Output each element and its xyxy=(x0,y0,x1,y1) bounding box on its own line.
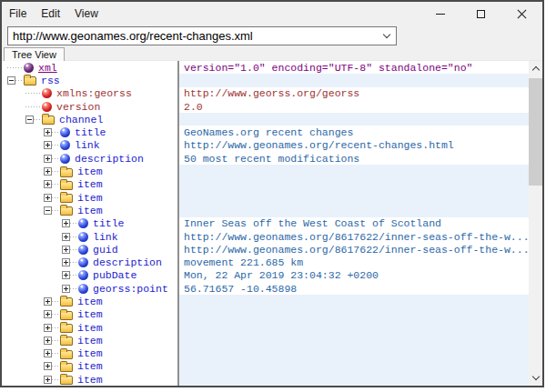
collapse-icon[interactable] xyxy=(7,76,15,85)
tree-node-description[interactable]: description xyxy=(2,256,177,268)
tree-node-xmlns-georss[interactable]: xmlns:georss xyxy=(2,87,177,100)
tree-connector xyxy=(70,236,78,237)
url-dropdown-button[interactable] xyxy=(378,27,396,45)
maximize-button[interactable] xyxy=(460,2,501,25)
tree-node-item[interactable]: item xyxy=(2,191,177,204)
value-row: Mon, 22 Apr 2019 23:04:32 +0200 xyxy=(179,269,529,282)
tree-node-title[interactable]: title xyxy=(2,217,177,230)
value-text: http://www.geonames.org/8617622/inner-se… xyxy=(184,231,529,243)
tree-node-label: item xyxy=(77,374,103,386)
value-row xyxy=(179,360,529,373)
tree-connector xyxy=(70,275,78,276)
expand-icon[interactable] xyxy=(44,376,52,384)
tree-node-label: title xyxy=(93,217,125,229)
minimize-button[interactable] xyxy=(420,2,460,25)
value-row: GeoNames.org recent changes xyxy=(179,126,529,138)
tree-connector xyxy=(70,262,78,263)
expand-icon[interactable] xyxy=(44,297,52,306)
expand-icon[interactable] xyxy=(44,155,52,163)
value-row: Inner Seas off the West Coast of Scotlan… xyxy=(179,217,529,230)
url-combobox[interactable]: http://www.geonames.org/recent-changes.x… xyxy=(7,26,397,45)
scroll-up-button[interactable] xyxy=(529,61,542,76)
expand-icon[interactable] xyxy=(62,219,70,227)
tree-node-georss-point[interactable]: georss:point xyxy=(2,282,177,295)
menu-file[interactable]: File xyxy=(2,2,34,25)
tree-node-channel[interactable]: channel xyxy=(2,113,177,126)
tree-node-item[interactable]: item xyxy=(2,347,177,360)
value-row xyxy=(179,191,529,204)
folder-icon xyxy=(60,168,73,177)
tree-node-link[interactable]: link xyxy=(2,230,177,243)
element-ball-icon xyxy=(78,218,88,228)
tree-node-label: georss:point xyxy=(93,283,168,295)
scroll-down-button[interactable] xyxy=(529,370,542,386)
attribute-ball-icon xyxy=(42,88,52,98)
scrollbar-thumb[interactable] xyxy=(529,78,542,186)
tree-node-link[interactable]: link xyxy=(2,139,177,152)
expand-icon[interactable] xyxy=(44,180,52,188)
expand-icon[interactable] xyxy=(62,285,70,293)
tree-node-item[interactable]: item xyxy=(2,295,177,307)
tree-node-label: item xyxy=(77,360,103,372)
menu-view[interactable]: View xyxy=(67,2,106,25)
minimize-icon xyxy=(436,14,445,15)
expand-icon[interactable] xyxy=(62,233,70,241)
expand-icon[interactable] xyxy=(44,194,52,202)
tree-node-item[interactable]: item xyxy=(2,204,177,216)
expand-icon[interactable] xyxy=(44,349,52,357)
tree-node-title[interactable]: title xyxy=(2,126,177,138)
tree-node-xml[interactable]: xml xyxy=(2,61,177,74)
window-controls xyxy=(420,2,542,25)
value-row xyxy=(179,74,529,86)
element-ball-icon xyxy=(60,140,70,150)
tree-node-item[interactable]: item xyxy=(2,334,177,347)
tree-node-item[interactable]: item xyxy=(2,321,177,334)
tree-node-label: rss xyxy=(41,75,60,86)
expand-icon[interactable] xyxy=(44,141,52,149)
tree-node-label: item xyxy=(77,166,103,177)
tree-node-pubdate[interactable]: pubDate xyxy=(2,269,177,282)
value-row xyxy=(179,113,529,126)
tree-node-guid[interactable]: guid xyxy=(2,243,177,256)
maximize-icon xyxy=(477,10,485,18)
expand-icon[interactable] xyxy=(44,337,52,345)
expand-icon[interactable] xyxy=(44,310,52,318)
tree-node-label: item xyxy=(77,347,103,359)
tree-connector xyxy=(70,288,78,289)
tree-connector xyxy=(7,67,24,68)
expand-icon[interactable] xyxy=(44,167,52,176)
chevron-down-icon xyxy=(531,373,539,380)
expand-icon[interactable] xyxy=(44,128,52,136)
value-row xyxy=(179,204,529,216)
close-button[interactable] xyxy=(501,2,542,25)
expand-icon[interactable] xyxy=(62,258,70,266)
tree-connector xyxy=(52,301,60,302)
tree-node-description[interactable]: description xyxy=(2,152,177,165)
tree-node-label: pubDate xyxy=(93,269,136,281)
folder-icon xyxy=(60,206,73,216)
expand-icon[interactable] xyxy=(44,362,52,370)
value-text: movement 221.685 km xyxy=(184,256,303,268)
menu-edit[interactable]: Edit xyxy=(34,2,67,25)
tree-node-item[interactable]: item xyxy=(2,308,177,321)
tree-node-item[interactable]: item xyxy=(2,165,177,177)
tree-node-item[interactable]: item xyxy=(2,360,177,373)
expand-icon[interactable] xyxy=(62,271,70,279)
url-row: http://www.geonames.org/recent-changes.x… xyxy=(2,25,542,47)
vertical-scrollbar xyxy=(529,61,542,386)
element-ball-icon xyxy=(78,232,88,242)
tree-connector xyxy=(34,119,42,120)
expand-icon[interactable] xyxy=(44,324,52,332)
tree-node-item[interactable]: item xyxy=(2,178,177,191)
folder-icon xyxy=(60,376,73,385)
tab-tree-view[interactable]: Tree View xyxy=(4,47,65,61)
tree-node-version[interactable]: version xyxy=(2,100,177,113)
value-row: http://www.georss.org/georss xyxy=(179,87,529,100)
url-input[interactable]: http://www.geonames.org/recent-changes.x… xyxy=(8,29,378,43)
expand-icon[interactable] xyxy=(62,246,70,254)
tree-node-rss[interactable]: rss xyxy=(2,74,177,86)
value-row: http://www.geonames.org/8617622/inner-se… xyxy=(179,230,529,243)
tree-node-item[interactable]: item xyxy=(2,373,177,386)
collapse-icon[interactable] xyxy=(25,116,34,124)
collapse-icon[interactable] xyxy=(44,206,52,215)
